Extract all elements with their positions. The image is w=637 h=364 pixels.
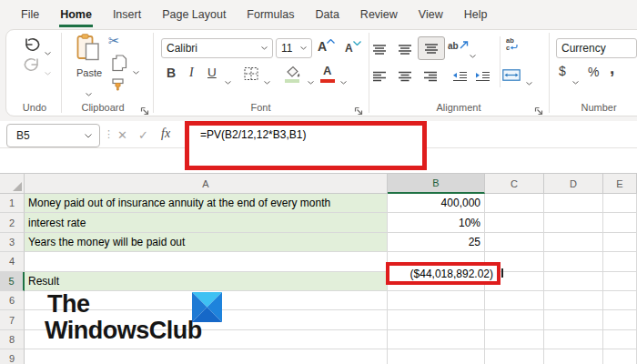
cell-B7[interactable] [388,310,485,329]
cell-E3[interactable] [603,233,637,252]
column-header-D[interactable]: D [544,173,603,194]
tab-home[interactable]: Home [59,4,93,27]
alignment-dialog-launcher-icon[interactable] [534,103,543,119]
shrink-font-button[interactable]: A [345,41,361,55]
cut-icon[interactable]: ✂ [108,33,120,49]
cell-A2[interactable]: interest rate [25,213,388,232]
font-dialog-launcher-icon[interactable] [354,103,363,119]
cancel-icon[interactable]: ✕ [117,128,127,142]
cell-A5[interactable]: Result [25,272,388,291]
cell-B3[interactable]: 25 [388,233,485,252]
column-header-B[interactable]: B [388,173,485,194]
borders-dropdown-icon[interactable] [264,72,270,88]
row-header-3[interactable]: 3 [0,233,25,252]
cell-C6[interactable] [485,291,544,310]
row-header-8[interactable]: 8 [0,330,25,349]
undo-icon[interactable] [23,36,41,56]
cell-E9[interactable] [603,349,637,364]
top-align-icon[interactable] [372,42,387,58]
cell-D7[interactable] [544,310,603,329]
fill-color-dropdown-icon[interactable] [308,72,314,88]
orientation-dropdown-icon[interactable] [470,46,476,62]
grow-font-button[interactable]: A [318,39,335,54]
row-header-2[interactable]: 2 [0,213,25,232]
cell-E2[interactable] [603,213,637,232]
align-center-icon[interactable] [398,69,412,86]
underline-button[interactable]: U [207,66,217,79]
number-format-select[interactable]: Currency [556,38,637,58]
format-painter-icon[interactable] [110,78,126,96]
middle-align-icon[interactable] [398,42,412,58]
decrease-indent-icon[interactable] [452,69,468,86]
tab-insert[interactable]: Insert [112,4,142,27]
cell-E7[interactable] [603,310,637,329]
cell-D1[interactable] [544,194,603,213]
cell-C9[interactable] [485,349,544,364]
tab-review[interactable]: Review [359,4,399,27]
merge-center-icon[interactable] [502,68,521,85]
tab-view[interactable]: View [418,4,444,27]
column-header-C[interactable]: C [485,173,544,194]
cell-C8[interactable] [485,330,544,349]
name-box[interactable]: B5 [6,124,100,147]
merge-center-dropdown-icon[interactable] [526,73,532,89]
wrap-text-icon[interactable]: ab c [506,37,518,51]
cell-A1[interactable]: Money paid out of insurance annuity at t… [25,194,388,213]
tab-page-layout[interactable]: Page Layout [161,4,227,27]
cell-A3[interactable]: Years the money will be paid out [25,233,388,252]
row-header-7[interactable]: 7 [0,310,25,329]
cell-B9[interactable] [388,349,485,364]
column-header-E[interactable]: E [603,173,637,194]
cell-E8[interactable] [603,330,637,349]
paste-dropdown-icon[interactable] [86,84,92,100]
comma-style-icon[interactable]: , [610,58,614,78]
cell-E6[interactable] [603,291,637,310]
font-size-select[interactable]: 11 [276,38,312,58]
bottom-align-button-selected[interactable] [418,36,445,60]
cell-C1[interactable] [485,194,544,213]
underline-dropdown-icon[interactable] [225,72,231,88]
cell-B8[interactable] [388,330,485,349]
redo-dropdown-icon[interactable] [45,63,51,79]
cell-D5[interactable] [544,272,603,291]
percent-style-icon[interactable]: % [588,65,599,79]
increase-indent-icon[interactable] [475,69,490,86]
borders-icon[interactable] [244,66,259,85]
row-header-5[interactable]: 5 [0,272,25,291]
cell-C3[interactable] [485,233,544,252]
row-header-4[interactable]: 4 [0,252,25,271]
tab-formulas[interactable]: Formulas [246,4,295,27]
row-header-9[interactable]: 9 [0,349,25,364]
cell-D8[interactable] [544,330,603,349]
cell-C2[interactable] [485,213,544,232]
undo-dropdown-icon[interactable] [45,43,51,59]
cell-E4[interactable] [603,252,637,271]
cell-D4[interactable] [544,252,603,271]
row-header-6[interactable]: 6 [0,291,25,310]
cell-B1[interactable]: 400,000 [388,194,485,213]
paste-button[interactable]: Paste [71,67,107,78]
font-color-dropdown-icon[interactable] [340,72,347,88]
tab-file[interactable]: File [20,4,40,27]
align-left-icon[interactable] [372,69,387,86]
select-all-button[interactable] [0,173,25,194]
redo-icon[interactable] [23,56,41,76]
enter-icon[interactable]: ✓ [138,128,148,142]
cell-C7[interactable] [485,310,544,329]
copy-dropdown-icon[interactable] [133,62,139,78]
font-name-select[interactable]: Calibri [161,38,273,58]
accounting-format-icon[interactable]: $ [559,64,566,78]
italic-button[interactable]: I [189,66,194,80]
column-header-A[interactable]: A [25,173,388,194]
cell-D2[interactable] [544,213,603,232]
copy-icon[interactable] [112,55,127,76]
cell-B6[interactable] [388,291,485,310]
row-header-1[interactable]: 1 [0,194,25,213]
font-color-icon[interactable]: A [323,64,331,77]
cell-A4[interactable] [25,252,388,271]
cell-D3[interactable] [544,233,603,252]
tab-data[interactable]: Data [314,4,339,27]
cell-E5[interactable] [603,272,637,291]
insert-function-icon[interactable]: fx [161,126,170,141]
cell-D6[interactable] [544,291,603,310]
